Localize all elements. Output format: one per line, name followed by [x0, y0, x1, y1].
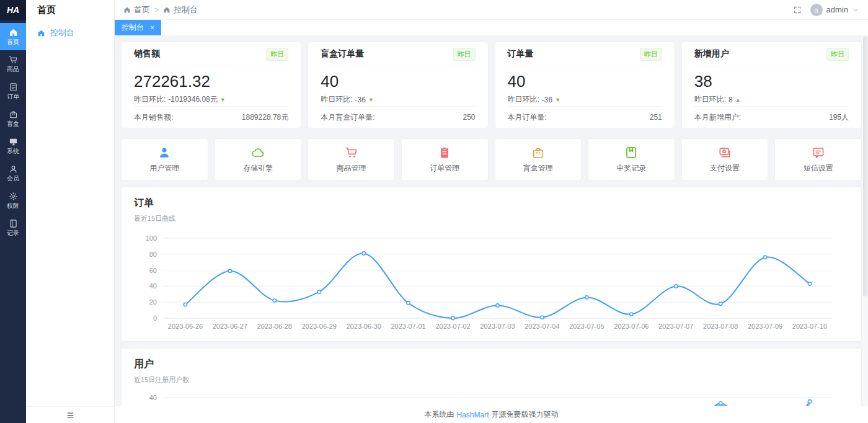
box-icon: [9, 110, 18, 119]
stat-card: 订单量 昨日 40 昨日环比: -36 ▼ 本月订单量: 251: [495, 42, 675, 128]
scrollbar[interactable]: [862, 35, 868, 423]
home-icon: [163, 6, 170, 14]
breadcrumb-item-console[interactable]: 控制台: [163, 4, 198, 16]
footer-brand-link[interactable]: HashMart: [456, 411, 489, 419]
stat-card-title: 新增用户: [694, 48, 729, 60]
payment-icon: [718, 146, 732, 159]
svg-text:2023-06-26: 2023-06-26: [168, 323, 203, 330]
stat-compare-label: 昨日环比:: [508, 94, 539, 105]
stat-card: 盲盒订单量 昨日 40 昨日环比: -36 ▼ 本月盲盒订单量: 250: [308, 42, 488, 128]
shortcut-card[interactable]: 短信设置: [774, 138, 862, 180]
shortcut-card[interactable]: 订单管理: [401, 138, 489, 180]
svg-text:2023-07-09: 2023-07-09: [748, 323, 782, 330]
stat-compare-label: 昨日环比:: [134, 94, 166, 105]
stat-card: 新增用户 昨日 38 昨日环比: 8 ▲ 本月新增用户: 195人: [681, 42, 862, 128]
stat-footer-label: 本月订单量:: [508, 112, 547, 123]
sidebar-item-5[interactable]: 会员: [0, 159, 26, 187]
shortcut-label: 商品管理: [337, 163, 366, 174]
stat-cards-row: 销售额 昨日 272261.32 昨日环比: -1019346.08元 ▼ 本月…: [121, 42, 862, 128]
svg-text:2023-07-08: 2023-07-08: [703, 323, 738, 330]
sidebar-item-0[interactable]: 首页: [0, 23, 26, 50]
stat-card-value: 272261.32: [134, 72, 288, 91]
sidebar-item-label: 盲盒: [7, 121, 19, 127]
shortcut-label: 用户管理: [149, 163, 179, 174]
chart-title: 用户: [134, 358, 849, 371]
scrollbar-thumb[interactable]: [863, 36, 867, 296]
svg-text:60: 60: [149, 267, 157, 274]
avatar: a: [810, 4, 823, 16]
order-icon: [9, 82, 18, 92]
stat-card-badge: 昨日: [453, 48, 476, 61]
sidebar-item-label: 会员: [7, 176, 19, 182]
breadcrumb-separator: >: [154, 6, 159, 14]
home-icon: [37, 29, 45, 37]
sidebar-item-label: 控制台: [50, 27, 74, 38]
cart-icon: [345, 146, 358, 159]
stat-compare-value: -1019346.08元: [168, 94, 217, 105]
member-icon: [9, 164, 18, 174]
breadcrumb-item-home[interactable]: 首页: [123, 4, 150, 16]
sidebar-item-console[interactable]: 控制台: [26, 20, 114, 46]
stat-footer-label: 本月盲盒订单量:: [321, 112, 374, 123]
svg-text:2023-07-07: 2023-07-07: [658, 323, 693, 330]
sidebar-item-label: 权限: [7, 203, 19, 209]
box-icon: [531, 146, 545, 159]
user-menu[interactable]: a admin: [810, 4, 859, 16]
stat-footer-value: 250: [463, 113, 475, 122]
chevron-down-icon: [852, 6, 859, 14]
stat-card-value: 38: [694, 72, 849, 91]
orders-chart-card: 订单 最近15日曲线 0204060801002023-06-262023-06…: [121, 187, 862, 342]
shortcut-label: 盲盒管理: [523, 163, 553, 174]
stat-card-badge: 昨日: [266, 48, 288, 61]
username: admin: [826, 5, 848, 14]
stat-card-title: 订单量: [508, 48, 534, 60]
sidebar-item-4[interactable]: 系统: [0, 132, 26, 159]
record-icon: [9, 219, 18, 228]
trend-icon: ▼: [220, 97, 226, 103]
fullscreen-icon: [793, 6, 802, 14]
sidebar-item-label: 订单: [7, 94, 19, 100]
main-column: 首页 > 控制台 a admin 控制: [115, 0, 868, 423]
dashboard-content: 销售额 昨日 272261.32 昨日环比: -1019346.08元 ▼ 本月…: [115, 35, 868, 423]
home-icon: [9, 28, 18, 37]
shortcut-card[interactable]: 存储引擎: [215, 138, 302, 180]
stat-card-title: 盲盒订单量: [321, 48, 364, 60]
sidebar-item-3[interactable]: 盲盒: [0, 105, 26, 132]
stat-card-badge: 昨日: [826, 48, 849, 61]
fullscreen-button[interactable]: [793, 6, 802, 14]
icon-rail: HA 首页 商品 订单 盲盒 系统 会员 权限 记录: [0, 0, 26, 423]
sidebar-item-6[interactable]: 权限: [0, 187, 26, 214]
close-icon[interactable]: ×: [150, 24, 154, 32]
stat-compare-value: -36: [355, 96, 366, 104]
stat-card-value: 40: [508, 72, 662, 91]
shortcut-card[interactable]: 支付设置: [681, 138, 769, 180]
rail-nav: 首页 商品 订单 盲盒 系统 会员 权限 记录: [0, 20, 26, 241]
svg-text:2023-06-27: 2023-06-27: [213, 323, 247, 330]
svg-text:2023-07-06: 2023-07-06: [614, 323, 649, 330]
collapse-sidebar-button[interactable]: [26, 406, 114, 423]
shortcut-label: 支付设置: [710, 163, 740, 174]
stat-footer-label: 本月新增用户:: [694, 112, 741, 123]
stat-footer-value: 195人: [829, 112, 849, 123]
sidebar-item-7[interactable]: 记录: [0, 214, 26, 241]
app-window: HA 首页 商品 订单 盲盒 系统 会员 权限 记录 首页 控制台: [0, 0, 868, 423]
shortcut-card[interactable]: 盲盒管理: [495, 138, 582, 180]
svg-text:2023-07-10: 2023-07-10: [792, 323, 827, 330]
sidebar-item-1[interactable]: 商品: [0, 50, 26, 78]
stat-footer-value: 1889228.78元: [242, 112, 288, 123]
chart-subtitle: 最近15日曲线: [134, 214, 849, 223]
stat-compare-value: 8: [728, 96, 733, 104]
shortcut-card[interactable]: 商品管理: [308, 138, 395, 180]
shortcut-label: 订单管理: [430, 163, 459, 174]
collapse-icon: [66, 411, 74, 419]
stat-footer-value: 251: [650, 113, 662, 122]
svg-text:0: 0: [153, 314, 157, 322]
shortcut-card[interactable]: 用户管理: [121, 138, 208, 180]
tab-console[interactable]: 控制台 ×: [115, 20, 161, 35]
svg-text:2023-07-02: 2023-07-02: [435, 323, 470, 330]
svg-text:2023-07-01: 2023-07-01: [391, 323, 425, 330]
shortcut-card[interactable]: 中奖记录: [588, 138, 675, 180]
header-tools: a admin: [793, 4, 859, 16]
shortcut-label: 存储引擎: [243, 163, 273, 174]
sidebar-item-2[interactable]: 订单: [0, 78, 26, 105]
